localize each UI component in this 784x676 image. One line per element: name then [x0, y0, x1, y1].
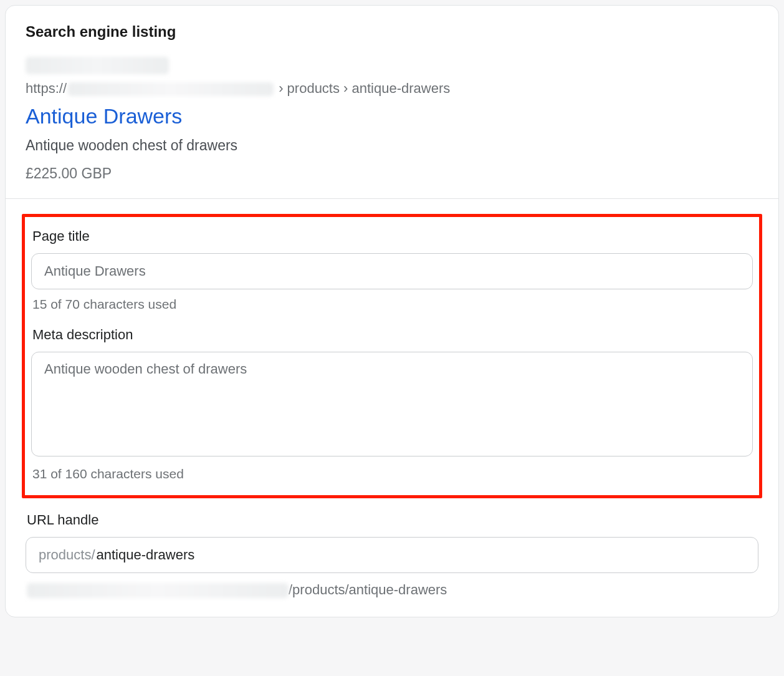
preview-description: Antique wooden chest of drawers — [26, 137, 758, 154]
page-title-helper: 15 of 70 characters used — [32, 297, 753, 312]
url-handle-input-wrap[interactable]: products/ — [26, 537, 758, 573]
preview-title: Antique Drawers — [26, 104, 758, 128]
url-handle-label: URL handle — [27, 512, 758, 528]
url-handle-full: /products/antique-drawers — [27, 582, 758, 598]
meta-description-input[interactable] — [31, 352, 753, 456]
url-handle-prefix: products/ — [39, 547, 95, 563]
preview-section: Search engine listing https:// › product… — [6, 6, 778, 199]
meta-description-helper: 31 of 160 characters used — [32, 466, 753, 481]
meta-description-label: Meta description — [32, 327, 753, 343]
url-handle-input[interactable] — [97, 547, 746, 563]
section-title: Search engine listing — [26, 23, 758, 41]
preview-domain-redacted — [68, 82, 274, 96]
preview-url: https:// › products › antique-drawers — [26, 80, 758, 97]
seo-card: Search engine listing https:// › product… — [5, 5, 779, 617]
preview-url-prefix: https:// — [26, 80, 67, 96]
page-title-field: Page title 15 of 70 characters used — [31, 228, 753, 312]
preview-price: £225.00 GBP — [26, 165, 758, 182]
url-domain-redacted — [27, 583, 289, 598]
meta-description-field: Meta description 31 of 160 characters us… — [31, 327, 753, 481]
form-section: Page title 15 of 70 characters used Meta… — [6, 199, 778, 617]
preview-url-suffix: › products › antique-drawers — [275, 80, 450, 96]
page-title-label: Page title — [32, 228, 753, 244]
url-handle-field: URL handle products/ /products/antique-d… — [26, 512, 758, 598]
url-handle-full-path: /products/antique-drawers — [289, 582, 447, 597]
highlight-box: Page title 15 of 70 characters used Meta… — [22, 214, 762, 498]
preview-shop-name-redacted — [26, 57, 169, 74]
page-title-input[interactable] — [31, 253, 753, 289]
